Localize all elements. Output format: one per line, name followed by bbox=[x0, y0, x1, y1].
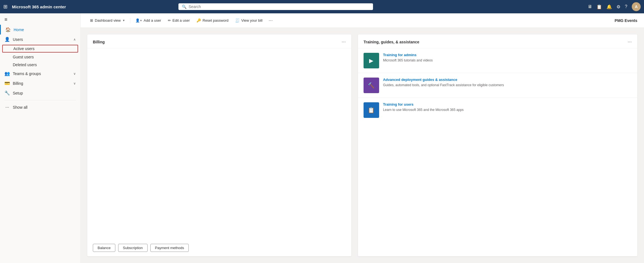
sidebar-item-label: Users bbox=[13, 37, 71, 42]
sidebar-item-label: Teams & groups bbox=[13, 71, 71, 76]
bill-icon: 🧾 bbox=[235, 18, 240, 23]
billing-card-title: Billing bbox=[93, 40, 105, 44]
training-item-admins[interactable]: ▶ Training for admins Microsoft 365 tuto… bbox=[358, 48, 637, 73]
main-layout: ≡ 🏠 Home 👤 Users ∧ Active users Guest us… bbox=[0, 13, 644, 263]
training-card-header: Training, guides, & assistance ··· bbox=[358, 34, 637, 48]
dashboard-icon: ⊞ bbox=[90, 18, 93, 23]
payment-methods-button[interactable]: Payment methods bbox=[150, 244, 189, 252]
training-deploy-title: Advanced deployment guides & assistance bbox=[383, 78, 504, 82]
training-item-deployment[interactable]: 🔨 Advanced deployment guides & assistanc… bbox=[358, 73, 637, 98]
training-users-icon: 📋 bbox=[364, 102, 379, 118]
sidebar-item-billing[interactable]: 💳 Billing ∨ bbox=[0, 78, 80, 88]
sidebar-item-label: Home bbox=[14, 28, 76, 32]
training-more-button[interactable]: ··· bbox=[628, 39, 632, 45]
training-users-title: Training for users bbox=[383, 102, 464, 106]
setup-icon: 🔧 bbox=[4, 90, 10, 96]
deleted-users-label: Deleted users bbox=[13, 63, 37, 67]
sidebar-item-setup[interactable]: 🔧 Setup bbox=[0, 88, 80, 98]
add-user-label: Add a user bbox=[144, 18, 161, 23]
more-options-button[interactable]: ··· bbox=[266, 16, 275, 24]
clipboard-icon[interactable]: 📋 bbox=[596, 4, 602, 9]
teams-icon: 👥 bbox=[4, 71, 10, 76]
chevron-up-icon: ∧ bbox=[73, 38, 76, 41]
sidebar-item-label: Billing bbox=[13, 81, 71, 86]
main-content: ⊞ Dashboard view ▼ 👤+ Add a user ✏ Edit … bbox=[81, 13, 644, 263]
training-admin-desc: Microsoft 365 tutorials and videos bbox=[383, 58, 433, 63]
billing-more-button[interactable]: ··· bbox=[342, 39, 346, 45]
org-name: PMG Events bbox=[615, 18, 637, 23]
avatar[interactable]: A bbox=[632, 2, 641, 11]
sidebar-sub-item-active-users[interactable]: Active users bbox=[2, 45, 78, 53]
waffle-menu-icon[interactable]: ⊞ bbox=[3, 4, 8, 10]
top-navigation: ⊞ Microsoft 365 admin center 🔍 🖥 📋 🔔 ⚙ ?… bbox=[0, 0, 644, 13]
training-card-title: Training, guides, & assistance bbox=[364, 40, 419, 44]
reset-password-button[interactable]: 🔑 Reset password bbox=[194, 17, 231, 24]
chevron-down-icon: ∨ bbox=[73, 81, 76, 85]
search-bar: 🔍 bbox=[178, 3, 373, 10]
key-icon: 🔑 bbox=[197, 18, 201, 23]
users-icon: 👤 bbox=[4, 37, 10, 42]
show-all-label: Show all bbox=[13, 105, 76, 110]
subscription-button[interactable]: Subscription bbox=[118, 244, 148, 252]
sidebar-sub-item-deleted-users[interactable]: Deleted users bbox=[0, 61, 80, 69]
sidebar-item-home[interactable]: 🏠 Home bbox=[0, 25, 80, 34]
sidebar-item-teams-groups[interactable]: 👥 Teams & groups ∨ bbox=[0, 69, 80, 78]
chevron-down-icon: ▼ bbox=[122, 19, 125, 22]
sidebar-divider bbox=[4, 100, 76, 100]
training-admin-title: Training for admins bbox=[383, 53, 433, 57]
billing-card-body bbox=[87, 48, 351, 239]
add-user-icon: 👤+ bbox=[135, 18, 142, 23]
add-user-button[interactable]: 👤+ Add a user bbox=[133, 17, 164, 24]
search-icon: 🔍 bbox=[182, 4, 187, 9]
billing-card-header: Billing ··· bbox=[87, 34, 351, 48]
message-icon[interactable]: 🖥 bbox=[588, 4, 592, 9]
sidebar-sub-item-guest-users[interactable]: Guest users bbox=[0, 53, 80, 61]
ellipsis-icon: ··· bbox=[4, 105, 10, 110]
active-users-label: Active users bbox=[13, 46, 34, 51]
home-icon: 🏠 bbox=[5, 27, 11, 32]
edit-icon: ✏ bbox=[168, 18, 171, 23]
edit-user-label: Edit a user bbox=[173, 18, 190, 23]
billing-card: Billing ··· Balance Subscription Payment… bbox=[87, 34, 351, 256]
billing-icon: 💳 bbox=[4, 81, 10, 86]
training-users-text: Training for users Learn to use Microsof… bbox=[383, 102, 464, 112]
training-admin-text: Training for admins Microsoft 365 tutori… bbox=[383, 53, 433, 63]
training-deploy-desc: Guides, automated tools, and optional Fa… bbox=[383, 83, 504, 88]
collapse-button[interactable]: ≡ bbox=[0, 14, 80, 25]
edit-user-button[interactable]: ✏ Edit a user bbox=[165, 17, 193, 24]
dashboard: Billing ··· Balance Subscription Payment… bbox=[81, 28, 644, 263]
reset-password-label: Reset password bbox=[203, 18, 228, 23]
chevron-down-icon: ∨ bbox=[73, 72, 76, 76]
dashboard-view-label: Dashboard view bbox=[95, 18, 121, 23]
guest-users-label: Guest users bbox=[13, 55, 34, 59]
training-users-desc: Learn to use Microsoft 365 and the Micro… bbox=[383, 108, 464, 112]
sidebar-item-users[interactable]: 👤 Users ∧ bbox=[0, 34, 80, 44]
bell-icon[interactable]: 🔔 bbox=[606, 4, 612, 9]
toolbar-separator bbox=[130, 18, 130, 23]
help-icon[interactable]: ? bbox=[625, 4, 627, 9]
billing-actions: Balance Subscription Payment methods bbox=[87, 239, 351, 256]
app-title: Microsoft 365 admin center bbox=[12, 4, 66, 9]
training-item-users[interactable]: 📋 Training for users Learn to use Micros… bbox=[358, 98, 637, 122]
nav-icons: 🖥 📋 🔔 ⚙ ? A bbox=[588, 2, 641, 11]
training-admin-icon: ▶ bbox=[364, 53, 379, 68]
sidebar-item-show-all[interactable]: ··· Show all bbox=[0, 103, 80, 112]
sidebar: ≡ 🏠 Home 👤 Users ∧ Active users Guest us… bbox=[0, 13, 81, 263]
dashboard-view-button[interactable]: ⊞ Dashboard view ▼ bbox=[87, 17, 128, 24]
training-deploy-icon: 🔨 bbox=[364, 78, 379, 93]
settings-icon[interactable]: ⚙ bbox=[616, 4, 620, 9]
view-bill-button[interactable]: 🧾 View your bill bbox=[232, 17, 265, 24]
sidebar-item-label: Setup bbox=[13, 91, 76, 95]
balance-button[interactable]: Balance bbox=[93, 244, 115, 252]
training-deploy-text: Advanced deployment guides & assistance … bbox=[383, 78, 504, 88]
search-input[interactable] bbox=[189, 4, 370, 9]
training-card: Training, guides, & assistance ··· ▶ Tra… bbox=[358, 34, 637, 256]
toolbar: ⊞ Dashboard view ▼ 👤+ Add a user ✏ Edit … bbox=[81, 13, 644, 28]
view-bill-label: View your bill bbox=[241, 18, 262, 23]
